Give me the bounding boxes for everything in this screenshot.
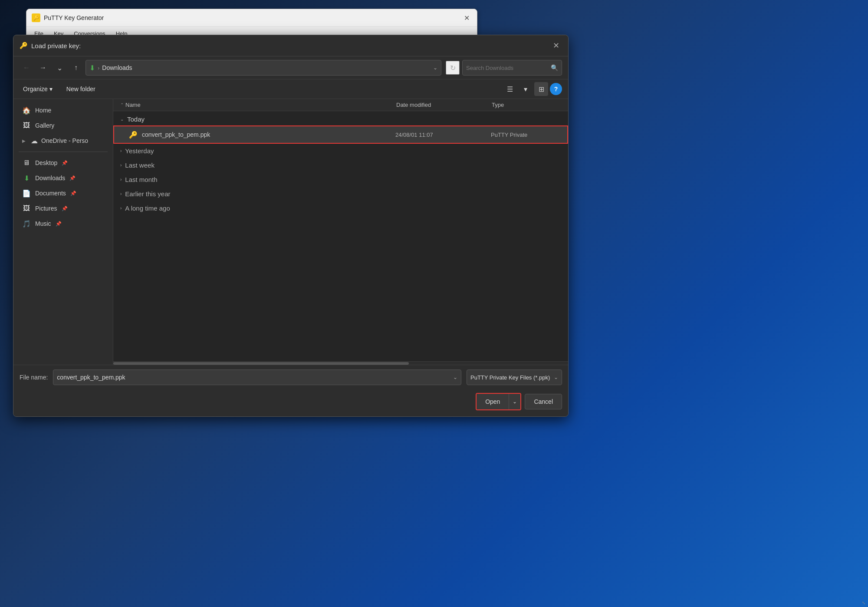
organize-label: Organize [23, 86, 48, 92]
group-lastmonth-label: Last month [125, 176, 157, 183]
sidebar-pictures-label: Pictures [35, 205, 57, 212]
expand-arrow-icon: ▶ [22, 139, 26, 143]
group-earlieryear-label: Earlier this year [125, 190, 170, 198]
action-buttons-row: Open ⌄ Cancel [13, 389, 568, 416]
up-button[interactable]: ↑ [69, 61, 83, 75]
group-lastmonth-arrow: › [120, 177, 122, 182]
dialog-titlebar: 🔑 Load private key: ✕ [13, 35, 568, 56]
group-earlieryear-arrow: › [120, 191, 122, 196]
group-today[interactable]: ⌄ Today [113, 111, 568, 125]
open-button[interactable]: Open [477, 394, 509, 409]
music-icon: 🎵 [22, 219, 31, 228]
file-list: ⌃ Name Date modified Type ⌄ Today 🔑 conv… [113, 99, 568, 361]
address-path: Downloads [102, 64, 431, 71]
group-last-week[interactable]: › Last week [113, 158, 568, 172]
dropdown-button[interactable]: ⌄ [53, 61, 66, 75]
group-lastweek-label: Last week [125, 162, 155, 169]
filename-dropdown-button[interactable]: ⌄ [453, 374, 457, 380]
content-area: 🏠 Home 🖼 Gallery ▶ ☁ OneDrive - Perso 🖥 … [13, 99, 568, 365]
desktop-icon: 🖥 [22, 158, 31, 167]
group-lastweek-arrow: › [120, 163, 122, 168]
group-today-label: Today [127, 115, 145, 123]
col-date-header[interactable]: Date modified [396, 102, 492, 108]
search-bar[interactable]: 🔍 [462, 60, 562, 76]
view-dropdown-button[interactable]: ▾ [519, 82, 533, 96]
sidebar-item-onedrive[interactable]: ▶ ☁ OneDrive - Perso [15, 133, 111, 148]
dialog-app-icon: 🔑 [20, 42, 28, 49]
documents-icon: 📄 [22, 189, 31, 198]
group-today-arrow: ⌄ [120, 117, 124, 122]
horizontal-scrollbar[interactable] [113, 361, 568, 365]
sidebar-item-home[interactable]: 🏠 Home [15, 103, 111, 118]
dialog-close-button[interactable]: ✕ [550, 40, 562, 52]
pictures-icon: 🖼 [22, 204, 31, 213]
filename-label: File name: [20, 374, 48, 381]
sort-icon: ⌃ [120, 102, 124, 107]
sidebar-item-desktop[interactable]: 🖥 Desktop 📌 [15, 155, 111, 170]
putty-titlebar: 🔑 PuTTY Key Generator ✕ [26, 9, 477, 27]
search-icon[interactable]: 🔍 [551, 64, 558, 71]
col-type-header[interactable]: Type [492, 102, 561, 108]
back-button[interactable]: ← [20, 61, 33, 75]
sidebar-documents-label: Documents [35, 190, 66, 197]
pin-icon-downloads: 📌 [69, 175, 76, 181]
filetype-dropdown-icon: ⌄ [554, 374, 558, 380]
refresh-button[interactable]: ↻ [446, 61, 460, 75]
group-longago-arrow: › [120, 206, 122, 211]
file-list-header: ⌃ Name Date modified Type [113, 99, 568, 111]
file-date-cell: 24/08/01 11:07 [395, 132, 491, 138]
help-button[interactable]: ? [550, 83, 562, 95]
group-yesterday-arrow: › [120, 148, 122, 153]
pin-icon-pictures: 📌 [62, 206, 68, 211]
address-bar[interactable]: ⬇ › Downloads ⌄ [85, 60, 441, 76]
dialog-title: Load private key: [31, 42, 81, 49]
col-name-header[interactable]: Name [125, 102, 396, 108]
sidebar-item-pictures[interactable]: 🖼 Pictures 📌 [15, 201, 111, 216]
group-longago-label: A long time ago [125, 205, 170, 212]
forward-button[interactable]: → [36, 61, 50, 75]
address-dropdown-button[interactable]: ⌄ [433, 65, 437, 71]
view-list-button[interactable]: ☰ [503, 82, 517, 96]
group-earlier-year[interactable]: › Earlier this year [113, 187, 568, 201]
putty-close-button[interactable]: ✕ [461, 13, 472, 23]
sidebar-item-documents[interactable]: 📄 Documents 📌 [15, 186, 111, 201]
putty-title: PuTTY Key Generator [44, 14, 104, 21]
pin-icon-documents: 📌 [70, 191, 76, 196]
navigation-toolbar: ← → ⌄ ↑ ⬇ › Downloads ⌄ ↻ 🔍 [13, 56, 568, 79]
sidebar-onedrive-label: OneDrive - Perso [41, 137, 88, 144]
open-dropdown-button[interactable]: ⌄ [509, 394, 520, 409]
view-tiles-button[interactable]: ⊞ [534, 82, 548, 96]
new-folder-button[interactable]: New folder [63, 84, 99, 94]
address-folder-icon: ⬇ [89, 64, 95, 72]
cancel-button[interactable]: Cancel [525, 394, 562, 409]
sidebar-gallery-label: Gallery [35, 122, 54, 129]
group-yesterday[interactable]: › Yesterday [113, 144, 568, 158]
resize-handle[interactable]: ⤡ [859, 598, 868, 607]
search-input[interactable] [466, 65, 548, 71]
downloads-icon: ⬇ [22, 174, 31, 182]
filename-input-wrap[interactable]: ⌄ [53, 369, 461, 385]
table-row[interactable]: 🔑 convert_ppk_to_pem.ppk 24/08/01 11:07 … [113, 125, 568, 144]
file-ppk-icon: 🔑 [128, 129, 138, 140]
sidebar-item-music[interactable]: 🎵 Music 📌 [15, 216, 111, 231]
sidebar-downloads-label: Downloads [35, 175, 65, 181]
sidebar-item-gallery[interactable]: 🖼 Gallery [15, 118, 111, 133]
load-private-key-dialog: 🔑 Load private key: ✕ ← → ⌄ ↑ ⬇ › Downlo… [13, 35, 569, 417]
group-long-ago[interactable]: › A long time ago [113, 201, 568, 215]
sidebar-item-downloads[interactable]: ⬇ Downloads 📌 [15, 171, 111, 185]
organize-arrow: ▾ [49, 86, 53, 92]
sidebar-home-label: Home [35, 107, 51, 114]
filetype-select[interactable]: PuTTY Private Key Files (*.ppk) ⌄ [467, 369, 562, 385]
file-name-cell: convert_ppk_to_pem.ppk [142, 131, 395, 138]
filename-input[interactable] [57, 374, 453, 381]
open-button-group: Open ⌄ [476, 393, 521, 410]
home-icon: 🏠 [22, 106, 31, 115]
file-type-cell: PuTTY Private [491, 132, 560, 138]
organize-toolbar: Organize ▾ New folder ☰ ▾ ⊞ ? [13, 79, 568, 99]
organize-button[interactable]: Organize ▾ [20, 84, 56, 94]
sidebar-music-label: Music [35, 220, 51, 227]
sidebar: 🏠 Home 🖼 Gallery ▶ ☁ OneDrive - Perso 🖥 … [13, 99, 113, 365]
group-last-month[interactable]: › Last month [113, 172, 568, 187]
scrollbar-thumb [113, 362, 409, 365]
putty-app-icon: 🔑 [32, 13, 40, 22]
